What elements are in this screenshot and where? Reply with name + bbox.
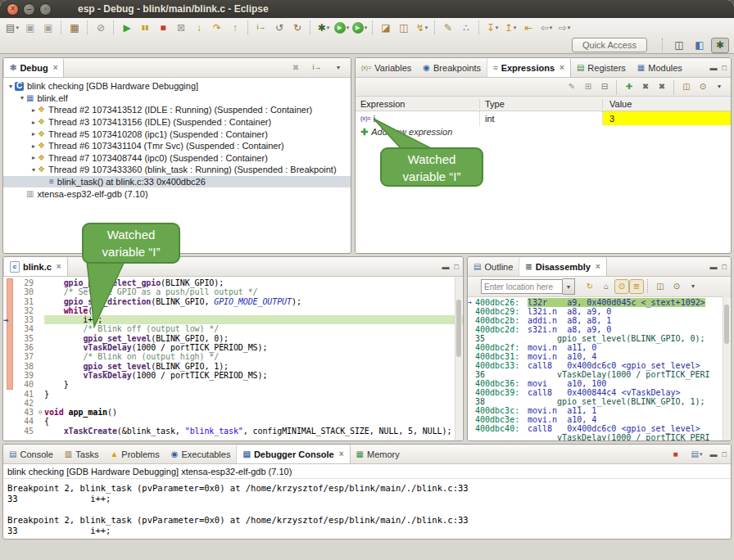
code-analysis-icon[interactable]: ∴	[457, 20, 475, 36]
disassembly-line[interactable]: 400dbc40:call8 0x400dc6c0 <gpio_set_leve…	[468, 424, 731, 433]
forward-icon[interactable]: ⇨▾	[555, 20, 573, 36]
title-bar[interactable]: ×–▫ esp - Debug - blink/main/blink.c - E…	[0, 0, 734, 18]
tab-executables[interactable]: ◉Executables	[165, 445, 237, 463]
combo-dropdown-icon[interactable]: ▼	[563, 278, 575, 295]
column-expression[interactable]: Expression	[356, 99, 480, 109]
display-selected-console-icon[interactable]: ▤▾	[689, 447, 705, 462]
maximize-icon[interactable]: □	[455, 263, 459, 271]
debug-tree-row[interactable]: ▸❖Thread #6 1073431104 (Tmr Svc) (Suspen…	[3, 140, 351, 152]
reset-icon[interactable]: ↻	[288, 20, 306, 36]
fold-marker-icon[interactable]: ⊖	[36, 408, 44, 417]
code-line[interactable]: 37 /* Blink on (output high) */	[3, 352, 463, 361]
quick-access-button[interactable]: Quick Access	[572, 38, 647, 52]
console-output[interactable]: Breakpoint 2, blink_task (pvParameter=0x…	[3, 479, 731, 536]
code-editor[interactable]: 29 gpio_pad_select_gpio(BLINK_GPIO);30 /…	[3, 277, 463, 436]
disassembly-line[interactable]: 400dbc2b:addi.n a8, a8, 1	[468, 316, 731, 325]
debug-perspective-button[interactable]: ✱	[711, 38, 729, 53]
column-value[interactable]: Value	[603, 99, 731, 109]
disassembly-line[interactable]: 400dbc2f:movi.n a11, 0	[468, 343, 731, 352]
instruction-stepping-icon[interactable]: i→	[252, 20, 270, 36]
home-icon[interactable]: ⌂	[598, 279, 614, 294]
dropdown-arrow-icon[interactable]: ▾	[514, 25, 517, 31]
code-line[interactable]: 43⊖void app_main()	[3, 408, 463, 417]
minimize-icon[interactable]: ▬	[442, 263, 450, 271]
step-into-icon[interactable]: ↓	[190, 20, 208, 36]
debug-tree-row[interactable]: ▸❖Thread #3 1073413156 (IDLE) (Suspended…	[3, 116, 351, 129]
disconnect-icon[interactable]: ⊠	[172, 20, 190, 36]
disassembly-line[interactable]: 400dbc31:movi.n a10, 4	[468, 352, 731, 361]
refresh-icon[interactable]: ↻	[582, 279, 598, 294]
dropdown-arrow-icon[interactable]: ▾	[568, 25, 571, 31]
maximize-icon[interactable]: □	[723, 263, 727, 271]
disassembly-line[interactable]: →400dbc26:l32r a9, 0x400d045c <_stext+10…	[468, 298, 731, 307]
terminate-console-icon[interactable]: ■	[668, 447, 684, 462]
minimize-button[interactable]: –	[23, 3, 35, 16]
close-icon[interactable]: ×	[339, 449, 344, 458]
tab-blink-c[interactable]: c blink.c ×	[3, 257, 68, 276]
code-line[interactable]: →33 i++;	[3, 315, 463, 324]
code-line[interactable]: 35 gpio_set_level(BLINK_GPIO, 0);	[3, 334, 463, 343]
dropdown-arrow-icon[interactable]: ▾	[365, 25, 368, 31]
scrollbar-thumb[interactable]	[456, 300, 461, 357]
next-annotation-icon[interactable]: ↧▾	[483, 20, 501, 36]
collapse-all-icon[interactable]: ⊟	[596, 79, 613, 94]
code-line[interactable]: 34 /* Blink off (output low) */	[3, 324, 463, 333]
disassembly-line[interactable]: 400dbc29:l32i.n a8, a9, 0	[468, 307, 731, 316]
tree-expander-icon[interactable]: ▾	[7, 83, 15, 90]
tab-problems[interactable]: ▲Problems	[104, 445, 165, 463]
new-wizard-icon[interactable]: ▤▾	[3, 20, 21, 36]
debug-tree-row[interactable]: ▸❖Thread #7 1073408744 (ipc0) (Suspended…	[3, 152, 351, 165]
close-icon[interactable]: ×	[560, 63, 564, 72]
tab-memory[interactable]: ▦Memory	[351, 445, 406, 463]
scrollbar-thumb[interactable]	[724, 305, 729, 344]
debug-tree-row[interactable]: ▾❖Thread #9 1073433360 (blink_task : Run…	[3, 164, 351, 176]
tab-expressions[interactable]: ≈Expressions×	[487, 58, 571, 77]
minimize-icon[interactable]: ▬	[710, 263, 718, 271]
flash-icon[interactable]: ↯▾	[413, 20, 431, 36]
disassembly-source-line[interactable]: 35gpio_set_level(BLINK_GPIO, 0);	[468, 334, 731, 343]
show-type-names-icon[interactable]: ✎	[564, 79, 580, 94]
dropdown-arrow-icon[interactable]: ▾	[425, 25, 428, 31]
minimize-icon[interactable]: ▬	[710, 64, 718, 72]
maximize-icon[interactable]: □	[723, 64, 727, 72]
save-icon[interactable]: ▣	[21, 20, 39, 36]
disassembly-scrollbar[interactable]	[723, 296, 730, 441]
code-line[interactable]: 38 gpio_set_level(BLINK_GPIO, 1);	[3, 362, 463, 371]
back-icon[interactable]: ⇦▾	[537, 20, 555, 36]
debug-tree-row[interactable]: ▸❖Thread #2 1073413512 (IDLE : Running) …	[3, 104, 351, 116]
location-input[interactable]: Enter location here	[481, 279, 563, 294]
column-type[interactable]: Type	[480, 99, 603, 109]
suspend-icon[interactable]: ▮▮	[136, 20, 154, 36]
terminate-icon[interactable]: ■	[154, 20, 172, 36]
tab-modules[interactable]: ▦Modules	[632, 58, 688, 77]
disassembly-source-line[interactable]: 38gpio_set_level(BLINK_GPIO, 1);	[468, 397, 731, 406]
maximize-button[interactable]: ▫	[39, 3, 52, 16]
disassembly-line[interactable]: 400dbc33:call8 0x400dc6c0 <gpio_set_leve…	[468, 361, 731, 370]
dropdown-arrow-icon[interactable]: ▾	[700, 451, 703, 458]
view-menu-icon[interactable]: ▾	[685, 279, 701, 294]
save-all-icon[interactable]: ▣	[39, 20, 57, 36]
open-new-view-icon[interactable]: ◫	[652, 279, 668, 294]
previous-annotation-icon[interactable]: ↥▾	[501, 20, 519, 36]
open-perspective-button[interactable]: ◫	[670, 38, 688, 53]
code-line[interactable]: 39 vTaskDelay(1000 / portTICK_PERIOD_MS)…	[3, 371, 463, 380]
run-icon[interactable]: ▶▾	[333, 20, 351, 36]
pin-view-icon[interactable]: ⊙	[668, 279, 685, 294]
disassembly-line[interactable]: 400dbc39:call8 0x400844c4 <vTaskDelay>	[468, 388, 731, 397]
add-expression-icon[interactable]: ✚	[621, 79, 637, 94]
disassembly-source-line[interactable]: vTaskDelay(1000 / portTICK PERI	[468, 433, 731, 441]
cpp-perspective-button[interactable]: ◧	[691, 38, 709, 53]
step-over-icon[interactable]: ↷	[208, 20, 226, 36]
tab-debug[interactable]: ✱ Debug ×	[3, 58, 64, 77]
sync-with-context-icon[interactable]: ⊙	[614, 279, 629, 294]
show-source-icon[interactable]: ≣	[629, 279, 644, 294]
code-line[interactable]: 45 xTaskCreate(&blink_task, "blink_task"…	[3, 427, 463, 436]
disassembly-line[interactable]: 400dbc3c:movi.n a11, 1	[468, 406, 731, 415]
tab-variables[interactable]: (x)=Variables	[356, 58, 417, 77]
disassembly-source-line[interactable]: 36vTaskDelay(1000 / portTICK_PERI	[468, 370, 731, 379]
close-button[interactable]: ×	[7, 3, 19, 16]
tab-registers[interactable]: ▤Registers	[571, 58, 632, 77]
tree-expander-icon[interactable]: ▸	[29, 142, 38, 150]
close-icon[interactable]: ×	[53, 63, 58, 72]
view-menu-icon[interactable]: ▾	[330, 61, 347, 75]
